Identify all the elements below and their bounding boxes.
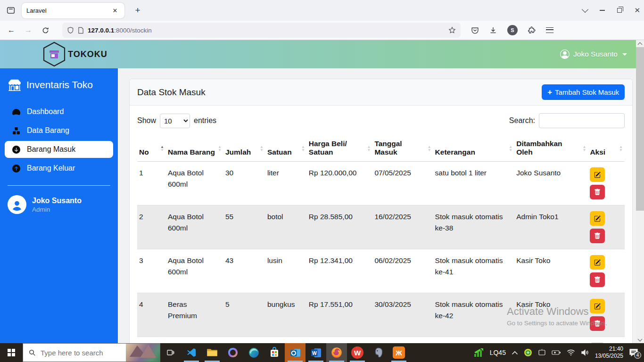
taskbar-app-explorer[interactable] (202, 343, 223, 362)
back-button[interactable]: ← (4, 23, 19, 37)
reload-button[interactable] (38, 23, 53, 37)
sidebar-item-data-barang[interactable]: Data Barang (0, 122, 118, 139)
firefox-icon (330, 346, 343, 359)
menu-hamburger-icon[interactable] (546, 27, 553, 33)
minimize-button[interactable] (600, 10, 605, 11)
search-input[interactable] (539, 113, 625, 128)
tray-clock[interactable]: 21:40 13/05/2025 (595, 346, 623, 360)
edit-button[interactable] (590, 211, 605, 226)
page-info-icon[interactable] (78, 27, 84, 34)
table-cell: 23/02/2025 (372, 337, 433, 344)
edit-button[interactable] (590, 343, 605, 343)
edit-button[interactable] (590, 255, 605, 270)
browser-tab[interactable]: Laravel ✕ (22, 3, 124, 18)
column-header[interactable]: No▲▼ (137, 136, 166, 162)
taskbar-app-word[interactable]: W (305, 343, 326, 362)
window-close-button[interactable]: ✕ (634, 6, 640, 15)
sidebar: Inventaris Toko Dashboard Data Barang Ba… (0, 68, 118, 343)
add-stock-button[interactable]: + Tambah Stok Masuk (542, 84, 625, 100)
edit-button[interactable] (590, 299, 605, 313)
account-avatar[interactable]: S (507, 25, 518, 35)
column-header[interactable]: Tanggal Masuk▲▼ (372, 136, 433, 162)
forward-button[interactable]: → (21, 23, 36, 37)
taskbar-app-xampp[interactable]: Ж (388, 343, 409, 362)
download-icon[interactable] (489, 26, 497, 34)
sidebar-item-barang-keluar[interactable]: Barang Keluar (0, 160, 118, 177)
taskbar-app-wps[interactable]: W (347, 343, 368, 362)
column-header[interactable]: Jumlah▲▼ (223, 136, 265, 162)
table-cell: 30 (223, 162, 265, 206)
table-row: 3Aqua Botol 600ml43lusinRp 12.341,0006/0… (137, 249, 625, 293)
table-cell: 89 (223, 337, 265, 344)
delete-button[interactable] (590, 316, 605, 331)
taskbar-app-store[interactable] (264, 343, 285, 362)
tablet-mode-icon[interactable] (538, 349, 546, 356)
sidebar-item-dashboard[interactable]: Dashboard (0, 103, 118, 120)
pocket-icon[interactable] (471, 26, 479, 34)
page-scrollbar[interactable] (636, 40, 644, 343)
tray-chevron-up-icon[interactable] (512, 351, 518, 355)
scrollbar-down-arrow[interactable] (636, 336, 644, 343)
taskbar-app-vscode[interactable] (181, 343, 202, 362)
taskbar-app-outlook[interactable] (285, 343, 305, 362)
taskbar-search[interactable] (23, 343, 160, 362)
url-text[interactable]: 127.0.0.1:8000/stockin (88, 27, 445, 34)
antivirus-icon[interactable] (524, 348, 532, 357)
address-bar[interactable]: 127.0.0.1:8000/stockin (62, 23, 461, 38)
edit-button[interactable] (590, 167, 605, 182)
battery-icon[interactable] (552, 350, 561, 355)
table-cell: 1 (137, 162, 166, 206)
table-row: 2Aqua Botol 600ml55botolRp 28.585,0016/0… (137, 206, 625, 249)
windows-logo-icon (8, 349, 15, 356)
delete-button[interactable] (590, 229, 605, 243)
column-header[interactable]: Harga Beli/ Satuan▲▼ (307, 136, 373, 162)
taskbar-app-edge[interactable] (243, 343, 264, 362)
delete-button[interactable] (590, 185, 605, 199)
sort-icon: ▲▼ (582, 145, 586, 152)
arrow-up-circle-icon (12, 165, 20, 173)
column-header[interactable]: Satuan▲▼ (265, 136, 307, 162)
entries-select[interactable]: 10 (160, 114, 190, 128)
windows-taskbar: W W Ж LQ45 21:40 (0, 343, 644, 362)
table-cell: 4 (137, 293, 166, 337)
scrollbar-up-arrow[interactable] (636, 40, 644, 47)
extensions-puzzle-icon[interactable] (528, 26, 536, 34)
stock-chart-icon[interactable] (474, 348, 484, 357)
table-cell-actions (588, 206, 625, 249)
new-tab-button[interactable]: + (131, 5, 144, 16)
sort-icon: ▲▼ (160, 145, 164, 152)
volume-icon[interactable] (581, 349, 589, 356)
column-header[interactable]: Ditambahkan Oleh▲▼ (514, 136, 588, 162)
shield-icon[interactable] (67, 26, 74, 34)
scrollbar-thumb[interactable] (636, 47, 644, 211)
firefox-view-icon[interactable] (4, 3, 18, 17)
column-header[interactable]: Aksi▲▼ (588, 136, 625, 162)
task-view-button[interactable] (160, 343, 181, 362)
column-header[interactable]: Nama Barang▲▼ (166, 136, 223, 162)
wifi-icon[interactable] (567, 349, 575, 356)
tab-close-icon[interactable]: ✕ (110, 6, 120, 15)
ticker-text[interactable]: LQ45 (490, 349, 506, 356)
taskbar-app-copilot[interactable] (223, 343, 243, 362)
taskbar-app-firefox[interactable] (326, 343, 347, 362)
table-cell: Aqua Botol 600ml (166, 206, 223, 249)
sidebar-user-name: Joko Susanto (32, 197, 82, 205)
delete-button[interactable] (590, 272, 605, 287)
user-dropdown[interactable]: Joko Susanto (560, 49, 627, 59)
list-tabs-icon[interactable] (582, 6, 588, 13)
column-header[interactable]: Keterangan▲▼ (433, 136, 515, 162)
table-cell: bungkus (265, 293, 307, 337)
table-cell: Stok masuk otomatis ke-41 (433, 249, 515, 293)
taskbar-app-postgresql[interactable] (368, 343, 388, 362)
table-row: 4Beras Premium5bungkusRp 17.551,0030/03/… (137, 293, 625, 337)
sort-icon: ▲▼ (260, 145, 264, 152)
xampp-icon: Ж (393, 346, 405, 359)
bookmark-star-icon[interactable] (448, 26, 456, 34)
taskbar-search-input[interactable] (41, 349, 116, 357)
start-button[interactable] (0, 343, 23, 362)
table-cell: 5 (137, 337, 166, 344)
restore-button[interactable] (617, 8, 622, 13)
table-cell: Kasir Toko (514, 249, 588, 293)
sidebar-item-barang-masuk[interactable]: Barang Masuk (5, 141, 113, 158)
notification-center-button[interactable]: 4 (629, 348, 640, 357)
